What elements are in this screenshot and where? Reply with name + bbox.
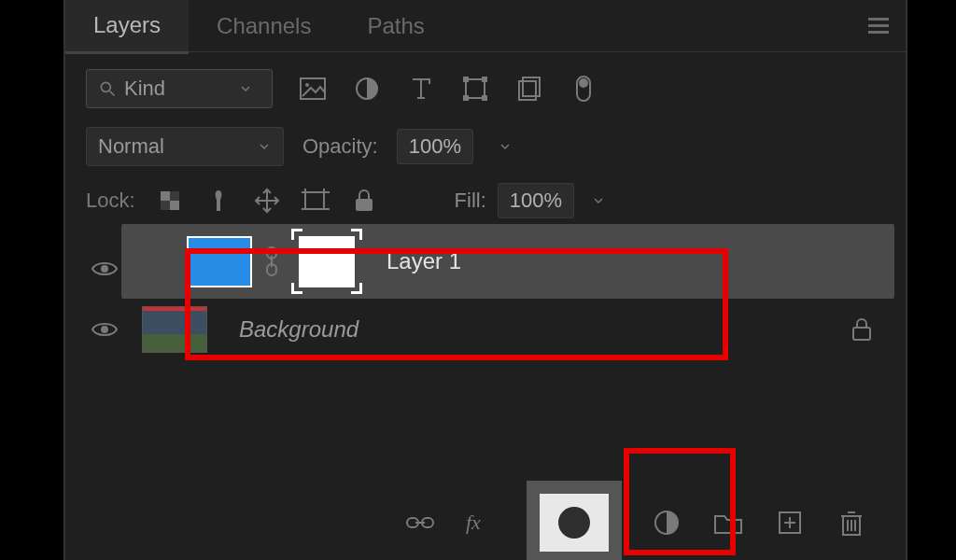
svg-point-33 xyxy=(101,326,108,333)
tab-channels[interactable]: Channels xyxy=(189,0,339,52)
delete-layer-icon[interactable] xyxy=(835,506,868,539)
add-mask-button-wrap xyxy=(527,481,622,560)
layer-row[interactable]: Layer 1 xyxy=(121,224,894,299)
svg-point-3 xyxy=(305,83,309,87)
visibility-toggle[interactable] xyxy=(86,250,123,287)
fill-dropdown-icon[interactable] xyxy=(585,183,612,218)
svg-line-1 xyxy=(110,91,115,96)
layer-row[interactable]: Background xyxy=(65,299,906,360)
new-group-icon[interactable] xyxy=(711,506,745,539)
panel-menu-icon[interactable] xyxy=(868,18,889,34)
svg-rect-15 xyxy=(170,201,179,210)
layer-thumbnail[interactable] xyxy=(142,306,207,353)
layer-name[interactable]: Background xyxy=(239,316,358,343)
layer-actions-bar: fx xyxy=(65,485,906,560)
new-layer-icon[interactable] xyxy=(773,506,807,539)
blend-mode-dropdown[interactable]: Normal xyxy=(86,127,284,166)
search-icon xyxy=(98,79,117,98)
filter-pixel-icon[interactable] xyxy=(299,75,327,103)
filter-type-icons xyxy=(299,75,598,103)
svg-rect-34 xyxy=(853,328,870,340)
tab-paths[interactable]: Paths xyxy=(339,0,452,52)
fill-label: Fill: xyxy=(455,189,486,213)
svg-rect-28 xyxy=(356,199,373,211)
filter-shape-icon[interactable] xyxy=(461,75,489,103)
lock-all-icon[interactable] xyxy=(350,187,378,215)
filter-kind-label: Kind xyxy=(124,77,165,101)
layer-name[interactable]: Layer 1 xyxy=(387,248,461,274)
svg-point-0 xyxy=(101,82,110,91)
lock-artboard-icon[interactable] xyxy=(302,187,330,215)
chevron-down-icon xyxy=(257,139,272,154)
opacity-label: Opacity: xyxy=(302,134,378,159)
layer-thumbnail[interactable] xyxy=(187,236,252,287)
svg-point-29 xyxy=(101,265,108,273)
svg-rect-6 xyxy=(463,77,469,82)
mask-link-icon[interactable] xyxy=(258,236,286,287)
svg-rect-9 xyxy=(482,95,487,101)
opacity-dropdown-icon[interactable] xyxy=(492,129,518,164)
fx-icon[interactable]: fx xyxy=(465,506,499,539)
panel-tabs: Layers Channels Paths xyxy=(65,0,906,52)
opacity-value[interactable]: 100% xyxy=(397,129,473,164)
svg-text:fx: fx xyxy=(466,511,481,534)
visibility-toggle[interactable] xyxy=(86,311,123,348)
adjustment-layer-icon[interactable] xyxy=(650,506,683,539)
filter-smartobject-icon[interactable] xyxy=(515,75,543,103)
mask-icon xyxy=(558,507,590,539)
filter-kind-dropdown[interactable]: Kind xyxy=(86,69,273,108)
svg-rect-18 xyxy=(217,200,220,211)
lock-position-icon[interactable] xyxy=(253,187,281,215)
blend-opacity-bar: Normal Opacity: 100% xyxy=(65,118,906,175)
lock-transparent-icon[interactable] xyxy=(156,187,184,215)
svg-rect-21 xyxy=(305,192,324,209)
add-mask-button[interactable] xyxy=(540,494,609,552)
layers-list: Layer 1 Background xyxy=(65,224,906,416)
lock-paint-icon[interactable] xyxy=(204,187,232,215)
filter-type-icon[interactable] xyxy=(407,75,435,103)
svg-rect-17 xyxy=(161,201,170,210)
layers-panel: Layers Channels Paths Kind xyxy=(65,0,906,560)
svg-rect-8 xyxy=(463,95,469,101)
fill-value[interactable]: 100% xyxy=(498,183,574,218)
blend-mode-value: Normal xyxy=(98,134,164,159)
lock-icon xyxy=(851,317,872,342)
lock-fill-bar: Lock: Fill: 100% xyxy=(65,175,906,224)
layer-mask-thumbnail[interactable] xyxy=(291,229,362,294)
tab-layers[interactable]: Layers xyxy=(65,0,189,54)
svg-rect-7 xyxy=(482,77,487,82)
filter-toggle-icon[interactable] xyxy=(569,75,598,103)
link-layers-icon[interactable] xyxy=(403,506,437,539)
svg-point-13 xyxy=(579,78,588,88)
svg-rect-14 xyxy=(161,191,170,201)
filter-adjustment-icon[interactable] xyxy=(353,75,381,103)
chevron-down-icon xyxy=(238,81,253,96)
lock-label: Lock: xyxy=(86,189,135,213)
svg-rect-16 xyxy=(170,191,179,201)
layer-filter-bar: Kind xyxy=(65,52,906,118)
